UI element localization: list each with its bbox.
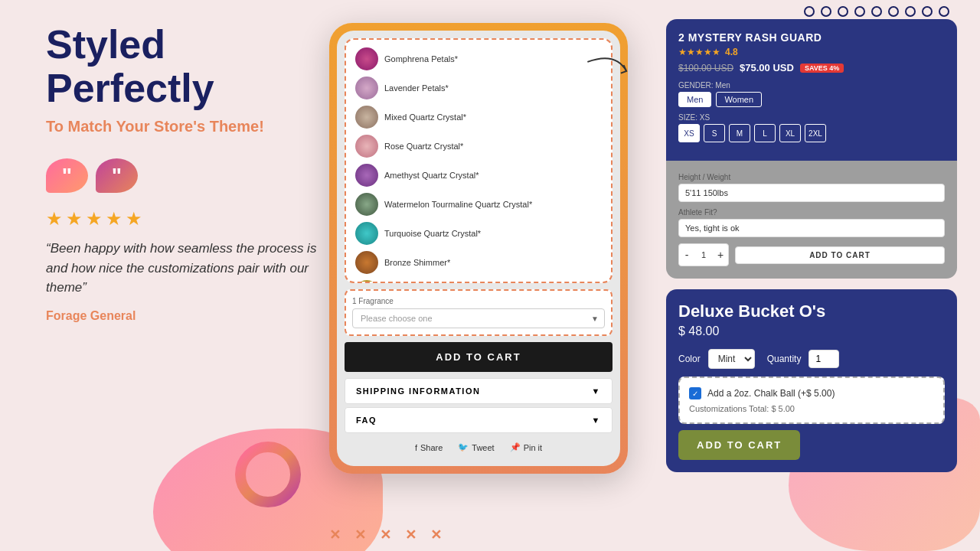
athlete-input[interactable] — [678, 219, 945, 237]
gender-men-button[interactable]: Men — [678, 92, 711, 107]
bucket-title: Deluxe Bucket O's — [678, 302, 945, 321]
product-name: Turquoise Quartz Crystal* — [384, 229, 481, 238]
fragrance-dropdown[interactable]: Please choose one — [352, 308, 605, 328]
list-item: Watermelon Tourmaline Quartz Crystal* — [351, 190, 606, 219]
product-name: Gomphrena Petals* — [384, 54, 458, 64]
fragrance-section: 1 Fragrance Please choose one ▼ — [345, 289, 612, 336]
addon-label: Add a 2oz. Chalk Ball (+$ 5.00) — [707, 388, 835, 399]
color-swatch — [355, 164, 378, 187]
add-to-cart-button[interactable]: ADD TO CART — [345, 342, 612, 372]
size-options: XS S M L XL 2XL — [678, 124, 945, 142]
size-l-button[interactable]: L — [754, 124, 776, 142]
chevron-down-icon: ▼ — [592, 386, 601, 396]
sale-badge: SAVES 4% — [800, 64, 844, 73]
chevron-down-icon: ▼ — [592, 416, 601, 425]
star-icon: ★ — [126, 208, 142, 230]
decorative-dots — [804, 6, 949, 17]
dot — [838, 6, 848, 17]
x-mark: ✕ — [354, 527, 366, 543]
size-field: SIZE: XS XS S M L XL 2XL — [678, 113, 945, 142]
testimonial-quote: “Been happy with how seamless the proces… — [46, 239, 337, 298]
gender-women-button[interactable]: Women — [716, 92, 762, 107]
bucket-product-card: Deluxe Bucket O's $ 48.00 Color Mint Qua… — [666, 289, 957, 472]
size-s-button[interactable]: S — [704, 124, 725, 142]
fragrance-select-wrapper[interactable]: Please choose one ▼ — [352, 308, 605, 328]
stars-icon: ★★★★★ — [678, 47, 720, 57]
list-item: Amethyst Quartz Crystal* — [351, 161, 606, 190]
quote-mark-right: " — [96, 158, 138, 193]
decorative-x-marks: ✕ ✕ ✕ ✕ ✕ — [329, 527, 442, 543]
qty-add-row: - 1 + ADD TO CART — [678, 243, 945, 266]
twitter-icon: 🐦 — [458, 442, 469, 452]
color-swatch — [355, 222, 378, 245]
dot — [804, 6, 815, 17]
x-mark: ✕ — [430, 527, 442, 543]
product-name: Mixed Quartz Crystal* — [384, 112, 466, 122]
checkbox-icon[interactable]: ✓ — [689, 387, 701, 399]
share-bar: f Share 🐦 Tweet 📌 Pin it — [345, 436, 612, 458]
height-input[interactable] — [678, 184, 945, 202]
dot — [854, 6, 865, 17]
quantity-stepper[interactable]: - 1 + — [678, 243, 729, 266]
addon-checkbox-container: ✓ Add a 2oz. Chalk Ball (+$ 5.00) Custom… — [678, 377, 945, 424]
dot — [821, 6, 831, 17]
phone-outer: Gomphrena Petals* Lavender Petals* Mixed… — [329, 23, 628, 474]
svg-point-0 — [240, 447, 296, 502]
bucket-add-to-cart-button[interactable]: ADD TO CART — [678, 430, 800, 460]
sale-price: $75.00 USD — [740, 62, 794, 73]
x-mark: ✕ — [405, 527, 416, 543]
list-item: Mixed Quartz Crystal* — [351, 103, 606, 132]
color-swatch — [355, 193, 378, 216]
bucket-price: $ 48.00 — [678, 324, 945, 338]
list-item: Turquoise Quartz Crystal* — [351, 219, 606, 248]
rating-row: ★★★★★ 4.8 — [678, 47, 945, 57]
color-swatch — [355, 106, 378, 129]
quantity-increase-button[interactable]: + — [713, 244, 728, 266]
product-title: 2 MYSTERY RASH GUARD — [678, 31, 945, 44]
list-item: Rose Quartz Crystal* — [351, 132, 606, 161]
color-dropdown[interactable]: Mint — [708, 349, 755, 369]
mystery-add-to-cart-button[interactable]: ADD TO CART — [735, 246, 945, 264]
shipping-label: SHIPPING INFORMATION — [356, 386, 480, 396]
product-list: Gomphrena Petals* Lavender Petals* Mixed… — [345, 38, 612, 283]
share-icon: f — [415, 443, 417, 452]
size-xl-button[interactable]: XL — [779, 124, 801, 142]
color-label: Color — [678, 354, 701, 364]
phone-inner: Gomphrena Petals* Lavender Petals* Mixed… — [337, 31, 620, 466]
shipping-accordion[interactable]: SHIPPING INFORMATION ▼ — [345, 378, 612, 404]
product-name: Lavender Petals* — [384, 83, 449, 93]
pin-link[interactable]: 📌 Pin it — [510, 442, 542, 452]
rating-value: 4.8 — [725, 47, 738, 57]
gender-options: Men Women — [678, 92, 945, 107]
color-swatch — [355, 77, 378, 99]
mystery-card-bottom: Height / Weight Athlete Fit? - 1 + ADD T… — [666, 161, 957, 279]
color-qty-row: Color Mint Quantity — [678, 349, 945, 369]
quote-mark-left: " — [46, 158, 88, 193]
addon-checkbox-row[interactable]: ✓ Add a 2oz. Chalk Ball (+$ 5.00) — [689, 387, 934, 399]
fragrance-label: 1 Fragrance — [352, 297, 605, 305]
size-m-button[interactable]: M — [729, 124, 750, 142]
share-link[interactable]: f Share — [415, 442, 443, 452]
store-name: Forage General — [46, 309, 337, 323]
size-xs-button[interactable]: XS — [678, 124, 700, 142]
height-label: Height / Weight — [678, 173, 945, 181]
size-2xl-button[interactable]: 2XL — [805, 124, 826, 142]
color-swatch — [355, 251, 378, 274]
right-section: 2 MYSTERY RASH GUARD ★★★★★ 4.8 $100.00 U… — [666, 19, 957, 472]
rating-stars: ★ ★ ★ ★ ★ — [46, 208, 337, 230]
star-icon: ★ — [86, 208, 103, 230]
quantity-label: Quantity — [767, 354, 802, 364]
quantity-decrease-button[interactable]: - — [679, 244, 694, 266]
page-subtitle: To Match Your Store's Theme! — [46, 118, 337, 135]
left-section: Styled Perfectly To Match Your Store's T… — [46, 23, 337, 323]
pinterest-icon: 📌 — [510, 442, 521, 452]
dot — [939, 6, 949, 17]
phone-content: Gomphrena Petals* Lavender Petals* Mixed… — [337, 31, 620, 466]
list-item: Gomphrena Petals* — [351, 44, 606, 73]
faq-label: FAQ — [356, 416, 377, 425]
gender-field: GENDER: Men Men Women — [678, 81, 945, 107]
faq-accordion[interactable]: FAQ ▼ — [345, 407, 612, 433]
tweet-link[interactable]: 🐦 Tweet — [458, 442, 494, 452]
quantity-input[interactable] — [808, 350, 839, 368]
athlete-label: Athlete Fit? — [678, 208, 945, 217]
